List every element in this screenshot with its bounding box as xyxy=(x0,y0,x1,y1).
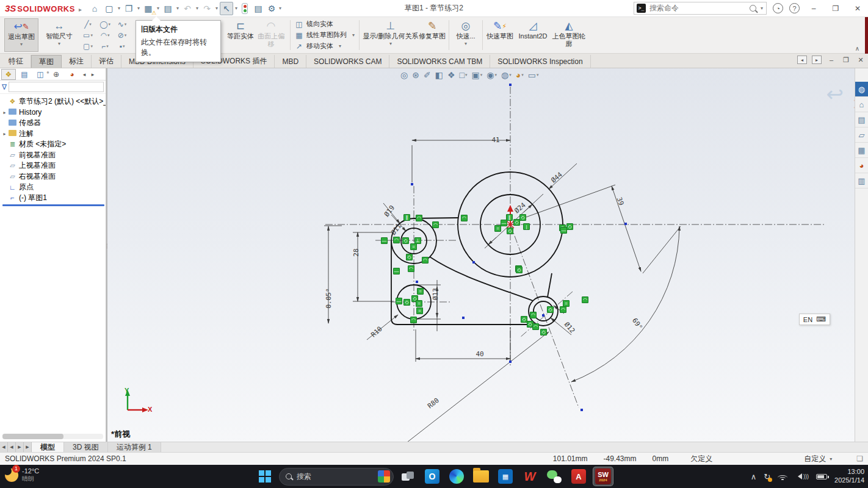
panel-horizontal-scrollbar[interactable] xyxy=(2,434,103,439)
command-search-box[interactable]: >_ 搜索命令 ▾ xyxy=(634,2,767,15)
wifi-icon[interactable] xyxy=(778,473,787,480)
panel-grip[interactable]: ● xyxy=(46,70,49,75)
sketch-relation-icon[interactable]: ◠ xyxy=(560,306,566,313)
tab-scroll-last-icon[interactable]: ▶ xyxy=(24,442,32,452)
minimize-button[interactable]: – xyxy=(806,2,822,15)
select-cursor-icon-caret[interactable]: ▾ xyxy=(235,5,237,11)
sketch-relation-icon[interactable]: ◇ xyxy=(540,329,547,336)
ribbon-tab-2[interactable]: 草图 xyxy=(31,55,62,68)
solidworks-resources-icon[interactable]: ◍ xyxy=(855,82,868,97)
sketch-relation-icon[interactable]: — xyxy=(396,298,402,304)
sketch-relation-icon[interactable]: — xyxy=(393,268,400,274)
sketch-point[interactable] xyxy=(509,361,512,363)
task-view-button[interactable] xyxy=(397,467,418,486)
dimension-label[interactable]: 41 xyxy=(491,136,499,144)
sketch-relation-icon[interactable]: — xyxy=(381,237,388,244)
autocad-button[interactable]: A xyxy=(568,467,589,486)
sketch-relation-icon[interactable]: ◠ xyxy=(408,265,414,272)
sync-app-icon[interactable]: ↻ xyxy=(764,472,770,481)
propertymanager-tab[interactable]: ▤ xyxy=(17,69,32,80)
edge-button[interactable] xyxy=(446,467,467,486)
point-tool[interactable]: ▪▾ xyxy=(114,41,130,52)
sketch-relation-icon[interactable]: ◇ xyxy=(547,306,554,313)
ellipse-tool[interactable]: ⊘▾ xyxy=(114,30,130,41)
window-next-icon[interactable]: ▸ xyxy=(812,56,822,64)
confirmation-corner[interactable]: ↩ ✕ xyxy=(826,82,844,106)
line-tool[interactable]: ╱▾ xyxy=(80,19,96,30)
user-account-icon[interactable]: ◔ xyxy=(773,3,783,13)
sketch-relation-icon[interactable]: ∥ xyxy=(403,214,410,221)
sketch-relation-icon[interactable]: ◇ xyxy=(516,267,523,273)
tray-expand-icon[interactable]: ∧ xyxy=(751,472,757,481)
panel-tab-right-icon[interactable]: ▸ xyxy=(89,71,96,77)
weather-widget[interactable]: 1 -12°C 晴朗 xyxy=(5,467,39,483)
ime-indicator[interactable]: EN ⌨ xyxy=(799,314,830,325)
undo-icon[interactable]: ↶ xyxy=(181,2,194,15)
options-gear-icon[interactable]: ⚙ xyxy=(265,2,278,15)
linear-pattern-button[interactable]: ▦线性草图阵列▾ xyxy=(294,30,356,40)
traffic-light-icon[interactable] xyxy=(238,2,251,15)
confirm-sketch-icon[interactable]: ↩ xyxy=(826,82,844,106)
dimension-label[interactable]: 40 xyxy=(476,350,483,358)
sketch-relation-icon[interactable]: ◠ xyxy=(530,312,537,318)
ribbon-tab-7[interactable]: MBD xyxy=(275,55,306,68)
sketch-relation-icon[interactable]: ◇ xyxy=(402,237,409,244)
sketch-relation-icon[interactable]: = xyxy=(416,300,422,307)
doc-restore-icon[interactable]: ❐ xyxy=(841,56,851,64)
graphics-area[interactable]: ◎⊛✐◧❖□▾▣▾◉▾◍▾◕▾▭▾ xyxy=(107,68,855,442)
sketch-relation-icon[interactable]: ◇ xyxy=(519,214,526,221)
tree-root-item[interactable]: ❖章节练习2 (默认) <<默认>_显 xyxy=(1,96,106,107)
dimension-label[interactable]: 28 xyxy=(352,248,360,256)
dimxpertmanager-tab[interactable]: ⊕ xyxy=(49,69,63,80)
instant2d-button[interactable]: ◿ Instant2D xyxy=(514,18,552,52)
model-tab-2[interactable]: 3D 视图 xyxy=(64,442,108,452)
offset-entities-button[interactable]: ⊏ 等距实体 xyxy=(226,18,255,52)
cancel-sketch-icon[interactable]: ✕ xyxy=(852,95,855,114)
tree-item-sensors[interactable]: 传感器 xyxy=(1,118,106,129)
slot-tool[interactable]: ▢▾ xyxy=(80,41,96,52)
ribbon-collapse-icon[interactable]: ∧ xyxy=(855,45,859,52)
search-highlight-icon[interactable] xyxy=(378,470,390,483)
model-tab-3[interactable]: 运动算例 1 xyxy=(108,442,161,452)
tab-scroll-prev-icon[interactable]: ◀ xyxy=(8,442,16,452)
sketch-relation-icon[interactable]: ◠ xyxy=(582,296,588,303)
sketch-relation-icon[interactable]: = xyxy=(416,307,423,314)
close-button[interactable]: ✕ xyxy=(850,2,866,15)
sketch-relation-icon[interactable]: ◇ xyxy=(566,223,573,230)
ribbon-tab-4[interactable]: 评估 xyxy=(92,55,121,68)
sketch-relation-icon[interactable]: ◇ xyxy=(513,219,520,226)
open-icon[interactable]: ❐ xyxy=(122,2,136,15)
microsoft-store-button[interactable]: ▦ xyxy=(495,467,516,486)
sketch-point[interactable] xyxy=(509,84,512,86)
search-icon[interactable] xyxy=(750,5,756,12)
sketch-point[interactable] xyxy=(624,223,627,225)
tree-item-annotations[interactable]: ▸注解 xyxy=(1,129,106,140)
exit-sketch-button[interactable]: ↩✎ 退出草图▾ xyxy=(4,18,38,52)
sketch-point[interactable] xyxy=(542,314,544,317)
sketch-relation-icon[interactable]: — xyxy=(501,220,507,226)
redo-icon-caret[interactable]: ▾ xyxy=(215,5,218,11)
wechat-button[interactable] xyxy=(544,467,565,486)
sketch-relation-icon[interactable]: ◠ xyxy=(422,257,429,264)
tree-item-sketch[interactable]: ⌐(-) 草图1 xyxy=(1,193,106,204)
battery-icon[interactable] xyxy=(816,474,827,479)
sketch-relation-icon[interactable]: ◇ xyxy=(507,228,513,234)
wps-button[interactable]: W xyxy=(519,467,540,486)
sketch-point[interactable] xyxy=(462,317,465,319)
tree-item-origin[interactable]: ∟原点 xyxy=(1,182,106,193)
tree-item-plane[interactable]: ▱前视基准面 xyxy=(1,150,106,161)
undo-icon-caret[interactable]: ▾ xyxy=(196,5,198,11)
tree-item-plane[interactable]: ▱右视基准面 xyxy=(1,171,106,182)
tree-filter-input[interactable] xyxy=(9,82,104,92)
arc-tool[interactable]: ◠▾ xyxy=(97,30,113,41)
sketch-relation-icon[interactable]: = xyxy=(494,225,501,232)
ribbon-tab-3[interactable]: 标注 xyxy=(62,55,92,68)
configuration-selector[interactable]: 自定义▾ xyxy=(804,454,832,464)
rapid-sketch-button[interactable]: ✎⚡ 快速草图 xyxy=(486,18,514,52)
sketch-relation-icon[interactable]: = xyxy=(410,243,417,250)
featuremanager-tab[interactable]: ❖ xyxy=(1,69,16,80)
sketch-point[interactable] xyxy=(580,409,583,411)
sketch-point[interactable] xyxy=(411,183,413,185)
clock-widget[interactable]: 13:00 2025/1/14 xyxy=(834,468,864,485)
sketch-relation-icon[interactable]: ◠ xyxy=(432,221,439,228)
